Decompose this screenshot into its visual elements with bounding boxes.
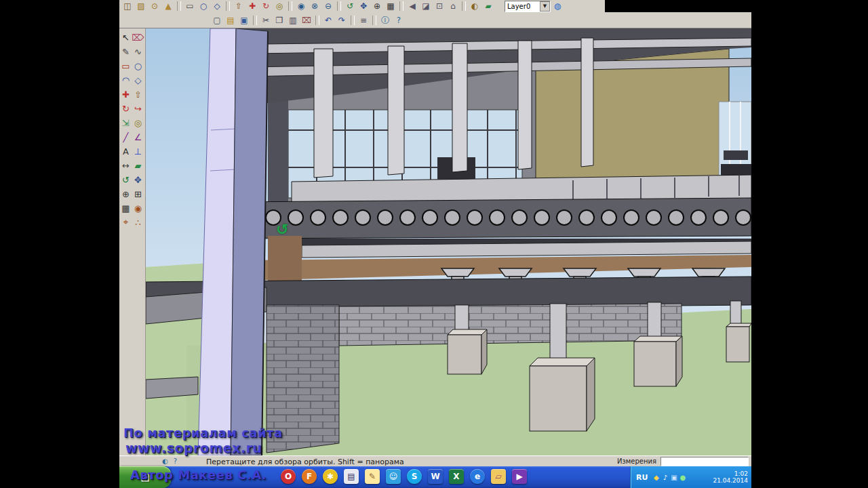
quick-launch-bar: OF✱▤✎☺SWXe▱▶ [281,469,533,484]
media-player-icon[interactable]: ▶ [512,469,527,484]
zoom-icon[interactable]: ⊕ [120,187,132,201]
erase-icon[interactable]: ⌧ [300,15,313,26]
zoom-extents-icon[interactable]: ▦ [120,201,132,215]
excel-icon[interactable]: X [449,469,464,484]
system-tray: RU ◆♪▣● 1:02 21.04.2014 [630,466,751,488]
follow-me-icon[interactable]: ↪ [132,102,144,115]
3d-viewport[interactable]: ↺ [146,28,751,455]
clock-date: 21.04.2014 [713,477,748,484]
make-component-icon[interactable]: ◫ [121,1,134,12]
text-icon[interactable]: A [120,144,132,158]
orbit-icon[interactable]: ↺ [120,173,132,186]
firefox-icon[interactable]: F [302,469,317,484]
tray-clock[interactable]: 1:02 21.04.2014 [713,470,748,484]
chevron-down-icon[interactable]: ▼ [540,1,550,12]
separator [337,1,341,11]
toolbar-standard: ▢▤▣✂❐▥⌧↶↷≡Ⓘ? [119,12,751,28]
front-view-icon[interactable]: ⌂ [447,1,459,12]
new-icon[interactable]: ▢ [211,15,223,26]
offset-icon[interactable]: ◎ [273,1,285,12]
pan-icon[interactable]: ✥ [357,1,370,12]
folder-icon[interactable]: ▱ [491,469,506,484]
rectangle-tool-icon[interactable]: ▭ [184,1,196,12]
cylinder-tool-icon[interactable]: ⊙ [149,1,161,12]
eraser-icon[interactable]: ⌦ [132,30,144,44]
volume-icon[interactable]: ♪ [660,472,669,482]
separator [462,1,466,11]
zoom-extents-icon[interactable]: ▦ [384,1,397,12]
outer-shell-icon[interactable]: ◉ [295,1,307,12]
separator [351,16,355,25]
axes-icon[interactable]: ⊥ [132,144,144,158]
section-plane-icon[interactable]: ▰ [482,1,494,12]
look-around-icon[interactable]: ⌖ [120,216,132,229]
help-status-icon[interactable]: ? [170,456,180,466]
move-icon[interactable]: ✚ [120,87,132,101]
layer-manager-icon[interactable]: ◍ [551,1,564,12]
chat-icon[interactable]: ✱ [323,469,338,484]
notepad-icon[interactable]: ▤ [344,469,359,484]
previous-view-icon[interactable]: ◀ [406,1,418,12]
language-indicator[interactable]: RU [636,473,648,482]
intersect-icon[interactable]: ⊗ [309,1,321,12]
paste-icon[interactable]: ▥ [287,15,299,26]
tray-icons: ◆♪▣● [652,472,687,482]
slab-voids [243,210,751,225]
select-icon[interactable]: ↖ [120,30,132,44]
push-pull-icon[interactable]: ⇧ [132,87,144,101]
cone-tool-icon[interactable]: ▲ [162,1,174,12]
move-icon[interactable]: ✚ [246,1,258,12]
tape-measure-icon[interactable]: ╱ [120,130,132,144]
pencil-icon[interactable]: ✎ [365,469,380,484]
zoom-window-icon[interactable]: ⊞ [132,187,144,201]
push-pull-icon[interactable]: ⇧ [233,1,245,12]
undo-icon[interactable]: ↶ [322,15,334,26]
ie-icon[interactable]: e [470,469,485,484]
messenger-icon[interactable]: ☺ [386,469,401,484]
rotate-icon[interactable]: ↻ [120,102,132,115]
skype-icon[interactable]: S [407,469,422,484]
open-icon[interactable]: ▤ [224,15,237,26]
iso-view-icon[interactable]: ◪ [420,1,432,12]
shield-icon[interactable]: ◆ [652,472,660,482]
offset-icon[interactable]: ◎ [132,116,144,129]
word-icon[interactable]: W [428,469,443,484]
orbit-icon[interactable]: ↺ [344,1,356,12]
subtract-icon[interactable]: ⊖ [322,1,334,12]
polygon-tool-icon[interactable]: ◇ [211,1,223,12]
box-tool-icon[interactable]: ▧ [135,1,147,12]
scale-icon[interactable]: ⇲ [120,116,132,129]
freehand-icon[interactable]: ∿ [132,45,144,58]
cut-icon[interactable]: ✂ [260,15,272,26]
circle-tool-icon[interactable]: ○ [197,1,210,12]
top-view-icon[interactable]: ⊡ [433,1,446,12]
line-icon[interactable]: ✎ [120,45,132,58]
print-icon[interactable]: ≡ [357,15,370,26]
dimension-icon[interactable]: ↔ [120,159,132,172]
opera-icon[interactable]: O [281,469,296,484]
layer-dropdown-value: Layer0 [505,3,540,10]
save-icon[interactable]: ▣ [238,15,250,26]
measurements-input[interactable] [660,457,749,466]
position-camera-icon[interactable]: ◉ [132,201,144,215]
model-info-icon[interactable]: Ⓘ [379,15,391,26]
pan-icon[interactable]: ✥ [132,173,144,186]
circle-icon[interactable]: ○ [132,59,144,73]
section-plane-icon[interactable]: ▰ [132,159,144,172]
arc-icon[interactable]: ◠ [120,73,132,87]
rotate-icon[interactable]: ↻ [260,1,272,12]
copy-icon[interactable]: ❐ [273,15,285,26]
rectangle-icon[interactable]: ▭ [120,59,132,73]
shadows-icon[interactable]: ◐ [469,1,481,12]
protractor-icon[interactable]: ∠ [132,130,144,144]
network-icon[interactable]: ▣ [669,472,678,482]
safely-remove-icon[interactable]: ● [678,472,687,482]
zoom-icon[interactable]: ⊕ [371,1,383,12]
polygon-icon[interactable]: ◇ [132,73,144,87]
redo-icon[interactable]: ↷ [336,15,348,26]
help-icon[interactable]: ? [393,15,405,26]
geolocation-icon[interactable]: ◐ [160,456,170,466]
layer-dropdown[interactable]: Layer0 ▼ [505,1,551,12]
toolbar-primary: ◫▧⊙▲▭○◇⇧✚↻◎◉⊗⊖↺✥⊕▦◀◪⊡⌂◐▰ Layer0 ▼ ◍ [119,0,605,12]
walk-icon[interactable]: ∴ [132,216,144,229]
